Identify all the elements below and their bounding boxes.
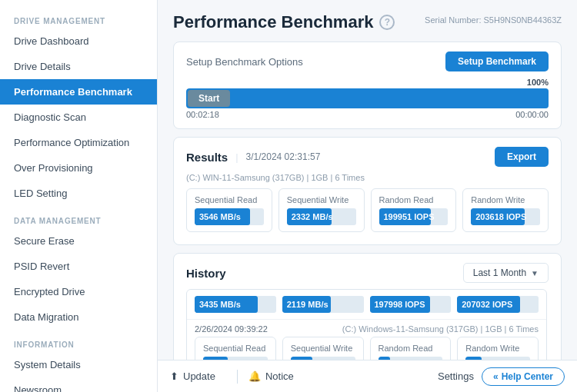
results-metrics-row: Sequential Read3546 MB/sSequential Write…: [186, 188, 549, 232]
export-button[interactable]: Export: [495, 147, 549, 167]
metric-bar-track: 199951 IOPS: [379, 208, 449, 225]
serial-number: Serial Number: S5H9NS0NB44363Z: [425, 15, 562, 25]
sidebar-item-diagnostic-scan[interactable]: Diagnostic Scan: [0, 105, 157, 130]
results-meta: (C:) WIN-11-Samsung (317GB) | 1GB | 6 Ti…: [186, 173, 549, 182]
history-filter-label: Last 1 Month: [473, 267, 526, 278]
history-scroll: 3435 MB/s2119 MB/s197998 IOPS207032 IOPS…: [186, 289, 549, 360]
sidebar-item-drive-details[interactable]: Drive Details: [0, 54, 157, 79]
notice-button[interactable]: 🔔 Notice: [248, 370, 305, 382]
progress-fill: [186, 88, 549, 108]
history-top-bar: 3435 MB/s2119 MB/s197998 IOPS207032 IOPS: [187, 290, 546, 320]
history-metric-bar-fill: 1463 MB/s: [203, 357, 228, 360]
sidebar-item-secure-erase[interactable]: Secure Erase: [0, 228, 157, 254]
history-panel: History Last 1 Month ▼ 3435 MB/s2119 MB/…: [173, 253, 562, 360]
history-metric-bar-fill: 17822 IOPS: [465, 357, 482, 360]
sidebar-item-over-provisioning[interactable]: Over Provisioning: [0, 155, 157, 181]
metric-value: 3546 MB/s: [199, 212, 241, 221]
update-icon: ⬆: [170, 370, 178, 382]
history-date: 2/26/2024 09:39:22: [195, 324, 268, 334]
metric-card: Random Write203618 IOPS: [462, 188, 549, 232]
help-center-prefix: «: [493, 371, 499, 382]
sidebar-item-psid-revert[interactable]: PSID Revert: [0, 254, 157, 279]
history-metric-card: Sequential Read1463 MB/s: [195, 337, 276, 360]
history-meta-row: 2/26/2024 09:39:22(C:) Windows-11-Samsun…: [195, 324, 539, 334]
history-metric-bar-track: 17822 IOPS: [465, 357, 530, 360]
update-button[interactable]: ⬆ Update: [170, 370, 226, 382]
results-date: 3/1/2024 02:31:57: [246, 151, 321, 162]
history-bar-value: 2119 MB/s: [287, 300, 329, 309]
sidebar-section-label: Drive Management: [0, 6, 157, 28]
time-elapsed: 00:02:18: [186, 110, 219, 119]
results-label: Results: [186, 151, 228, 164]
history-bar-value: 207032 IOPS: [462, 300, 512, 309]
history-detail: 2/26/2024 09:39:22(C:) Windows-11-Samsun…: [187, 320, 546, 360]
history-metric-label: Sequential Read: [203, 344, 268, 353]
sidebar-item-data-migration[interactable]: Data Migration: [0, 304, 157, 330]
progress-track: Start: [186, 88, 549, 108]
history-entry: 3435 MB/s2119 MB/s197998 IOPS207032 IOPS…: [186, 289, 547, 360]
history-metric-bar-track: 1181 MB/s: [291, 357, 355, 360]
results-panel: Results | 3/1/2024 02:31:57 Export (C:) …: [173, 137, 562, 245]
history-metric-card: Sequential Write1181 MB/s: [282, 337, 364, 360]
metric-card: Sequential Write2332 MB/s: [278, 188, 365, 232]
metric-value: 199951 IOPS: [384, 212, 435, 221]
metric-value: 203618 IOPS: [475, 212, 526, 221]
metric-bar-fill: 203618 IOPS: [471, 208, 525, 225]
help-center-label: Help Center: [502, 371, 553, 382]
chevron-down-icon: ▼: [531, 269, 539, 277]
history-metric-label: Random Write: [465, 344, 530, 353]
history-bar-fill: 3435 MB/s: [195, 296, 258, 313]
notice-label: Notice: [265, 370, 294, 382]
help-icon[interactable]: ?: [379, 15, 395, 30]
sidebar: Drive ManagementDrive DashboardDrive Det…: [0, 0, 158, 392]
page-title: Performance Benchmark: [173, 12, 373, 32]
metric-bar-track: 2332 MB/s: [287, 208, 356, 225]
start-button[interactable]: Start: [188, 90, 230, 107]
progress-times: 00:02:18 00:00:00: [186, 110, 549, 119]
history-info: (C:) Windows-11-Samsung (317GB) | 1GB | …: [342, 324, 539, 334]
notice-icon: 🔔: [248, 370, 261, 382]
sidebar-item-system-details[interactable]: System Details: [0, 352, 157, 377]
history-metric-bar-track: 1463 MB/s: [203, 357, 268, 360]
history-metric-card: Random Read8789 IOPS: [370, 337, 452, 360]
page-header: Performance Benchmark ? Serial Number: S…: [173, 12, 562, 32]
progress-percent: 100%: [527, 78, 549, 87]
history-bar-fill: 207032 IOPS: [457, 296, 519, 313]
metric-card: Random Read199951 IOPS: [371, 188, 457, 232]
history-title: History: [186, 267, 226, 280]
metric-bar-track: 203618 IOPS: [471, 208, 540, 225]
settings-button[interactable]: Settings: [438, 370, 474, 382]
sidebar-item-encrypted-drive[interactable]: Encrypted Drive: [0, 279, 157, 304]
metric-label: Random Write: [471, 195, 540, 204]
sidebar-item-led-setting[interactable]: LED Setting: [0, 181, 157, 206]
history-metric-label: Random Read: [379, 344, 443, 353]
metric-bar-fill: 199951 IOPS: [379, 208, 431, 225]
history-bar-track: 207032 IOPS: [457, 296, 539, 313]
metric-card: Sequential Read3546 MB/s: [186, 188, 272, 232]
history-metric-label: Sequential Write: [291, 344, 355, 353]
results-title: Results | 3/1/2024 02:31:57: [186, 151, 320, 164]
history-metric-bar-fill: 8789 IOPS: [379, 357, 390, 360]
panel-title: Setup Benchmark Options: [186, 56, 303, 68]
setup-benchmark-button[interactable]: Setup Benchmark: [445, 51, 549, 71]
separator: [237, 370, 238, 384]
bottom-right: Settings « Help Center: [438, 367, 565, 386]
progress-container: 100% Start 00:02:18 00:00:00: [186, 78, 549, 119]
results-header: Results | 3/1/2024 02:31:57 Export: [186, 147, 549, 167]
sidebar-item-drive-dashboard[interactable]: Drive Dashboard: [0, 28, 157, 54]
history-bar-value: 197998 IOPS: [375, 300, 425, 309]
history-bar-value: 3435 MB/s: [199, 300, 241, 309]
history-bar-fill: 197998 IOPS: [370, 296, 430, 313]
sidebar-item-performance-optimization[interactable]: Performance Optimization: [0, 130, 157, 155]
history-bar-track: 3435 MB/s: [195, 296, 276, 313]
content-area: Performance Benchmark ? Serial Number: S…: [158, 0, 577, 360]
metric-bar-track: 3546 MB/s: [195, 208, 264, 225]
update-label: Update: [183, 370, 215, 382]
history-bar-track: 197998 IOPS: [370, 296, 452, 313]
sidebar-item-newsroom[interactable]: Newsroom: [0, 377, 157, 392]
history-filter-dropdown[interactable]: Last 1 Month ▼: [463, 263, 549, 283]
history-header: History Last 1 Month ▼: [186, 263, 549, 283]
history-metric-card: Random Write17822 IOPS: [457, 337, 539, 360]
help-center-button[interactable]: « Help Center: [482, 367, 565, 386]
sidebar-item-performance-benchmark[interactable]: Performance Benchmark: [0, 79, 157, 105]
